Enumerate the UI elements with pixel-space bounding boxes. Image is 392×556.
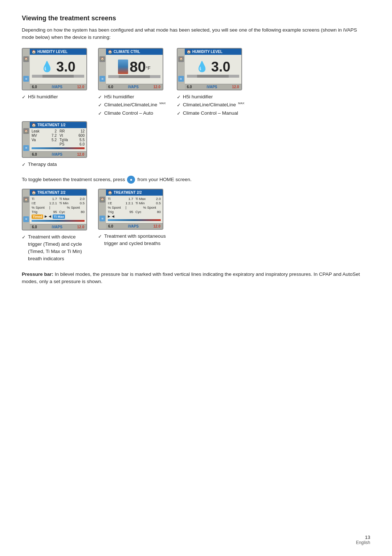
pressure-bar-fill-2: [119, 75, 150, 78]
t22l-c8: Cyc: [57, 210, 72, 214]
t22r-arrows: ▶ ◀: [108, 214, 161, 218]
header-label-2: CLIMATE CTRL: [114, 50, 140, 54]
t22l-c1: Ti: [32, 197, 44, 201]
footer-right-t12: 12.0: [77, 152, 84, 156]
check-item-1-1: H5i humidifier: [22, 93, 58, 101]
screen-col-treatment: 🏠 ≋ 🏠 TREATMENT 1/2 Leak 2 RR 12 MV: [22, 121, 87, 169]
screen-col-1: 🏠 ≋ 🏠 HUMIDITY LEVEL 💧 3.0: [22, 48, 87, 102]
pressure-note-text: In bilevel modes, the pressure bar is ma…: [22, 271, 360, 284]
treatment-row-1: Leak 2 RR 12: [32, 129, 85, 133]
device-t22-left: 🏠 ≋ 🏠 TREATMENT 2/2 Ti 1.7 Ti Max 2.0: [22, 189, 87, 230]
side-icon-house-3: 🏠: [178, 56, 184, 62]
device-treatment-12: 🏠 ≋ 🏠 TREATMENT 1/2 Leak 2 RR 12 MV: [22, 121, 87, 158]
t12-c2: RR: [57, 129, 72, 133]
screen-col-t22-right: 🏠 ≋ 🏠 TREATMENT 2/2 Ti 1.7 Ti Max 2.0: [98, 189, 171, 248]
footer-ivaps-1: iVAPS: [52, 85, 62, 89]
pressure-note-label: Pressure bar:: [22, 271, 53, 277]
screen-header-t22r: 🏠 TREATMENT 2/2: [106, 189, 163, 196]
screen-row-treatment: 🏠 ≋ 🏠 TREATMENT 1/2 Leak 2 RR 12 MV: [22, 121, 370, 169]
check-t22r-1: Treatment with spontaneous trigger and c…: [98, 233, 171, 248]
pressure-bar-3: [187, 75, 239, 78]
toggle-text-before: To toggle between the treatment screens,…: [22, 177, 125, 182]
t22l-row-1: Ti 1.7 Ti Max 2.0: [32, 197, 85, 201]
t12-v6: 5.5: [72, 138, 85, 142]
checklist-1: H5i humidifier: [22, 93, 58, 102]
t22l-v3: 1:2.1: [44, 201, 57, 205]
t12-c8: PS: [57, 142, 72, 146]
t12-c4: Vt: [57, 134, 72, 138]
humidity-value-1: 3.0: [56, 60, 75, 74]
t22r-c3: I:E: [108, 201, 121, 205]
header-icon-t22l: 🏠: [32, 191, 36, 195]
page-footer: 13 English: [356, 535, 370, 545]
arrow-left: ◀: [49, 214, 51, 219]
t22r-v3: 1:2.1: [121, 201, 133, 205]
screen-header-3: 🏠 HUMIDITY LEVEL: [185, 49, 241, 55]
t22r-c8: Cyc: [133, 210, 148, 214]
screen-col-t22-left: 🏠 ≋ 🏠 TREATMENT 2/2 Ti 1.7 Ti Max 2.0: [22, 189, 87, 263]
side-icon-wave-2: ≋: [99, 76, 105, 82]
t22r-v7: 95: [121, 210, 133, 214]
t22l-row-3: % Spont | % Spont: [32, 205, 85, 209]
arrow-left-r: ◀: [112, 214, 114, 218]
t22l-v4: 0.5: [72, 201, 85, 205]
t22r-c7: Trig: [108, 210, 121, 214]
t22l-c2: Ti Max: [57, 197, 72, 201]
t22r-v4: 0.5: [148, 201, 161, 205]
timed-badge: Timed: [32, 214, 43, 219]
treatment-row-2: MV 7.2 Vt 600: [32, 134, 85, 138]
t12-c5: Va: [32, 138, 44, 142]
footer-right-1: 12.0: [77, 85, 84, 89]
footer-left-2: 6.0: [108, 85, 113, 89]
t22l-c5: % Spont: [32, 205, 49, 209]
t22r-c6: % Spont: [143, 205, 161, 209]
footer-left-t22l: 6.0: [32, 225, 37, 229]
t12-c6: TgVa: [57, 138, 72, 142]
t22r-c2: Ti Max: [133, 197, 148, 201]
climate-icon: [118, 60, 128, 74]
t22l-row-2: I:E 1:2.1 Ti Min 0.5: [32, 201, 85, 205]
device-side-icons-t22l: 🏠 ≋: [22, 189, 30, 230]
header-icon-2: 🏠: [108, 50, 112, 54]
language-label: English: [356, 540, 370, 545]
t22r-body: Ti 1.7 Ti Max 2.0 I:E 1:2.1 Ti Min 0.5 %…: [106, 196, 163, 223]
t22l-v1: 1.7: [44, 197, 57, 201]
t22r-row-4: Trig 95 Cyc 80: [108, 210, 161, 214]
footer-ivaps-t12: iVAPS: [52, 152, 62, 156]
side-icon-house-t12: 🏠: [23, 128, 29, 134]
t22r-c1: Ti: [108, 197, 121, 201]
pressure-bar-fill-3: [197, 75, 228, 78]
t22l-c6: % Spont: [67, 205, 85, 209]
footer-ivaps-t22l: iVAPS: [52, 225, 62, 229]
check-therapy-data: Therapy data: [22, 161, 57, 168]
screen-body-2: 80°F: [106, 55, 163, 84]
t12-c1: Leak: [32, 129, 44, 133]
t22r-row-1: Ti 1.7 Ti Max 2.0: [108, 197, 161, 201]
humidity-value-2: 3.0: [211, 60, 230, 74]
t22r-v1: 1.7: [121, 197, 133, 201]
t12-v1: 2: [44, 129, 57, 133]
header-icon-1: 🏠: [32, 50, 36, 54]
home-button-icon[interactable]: ●: [127, 176, 135, 184]
checklist-t22r: Treatment with spontaneous trigger and c…: [98, 233, 171, 248]
t22l-c3: I:E: [32, 201, 44, 205]
device-side-icons-t22r: 🏠 ≋: [98, 189, 106, 230]
t22r-thin-bar: [108, 219, 161, 221]
side-icon-house-2: 🏠: [99, 56, 105, 62]
checklist-3: H5i humidifier ClimateLine/ClimateLineMA…: [177, 93, 245, 118]
treatment-thin-bar: [32, 147, 85, 149]
t22r-row-2: I:E 1:2.1 Ti Min 0.5: [108, 201, 161, 205]
page-title: Viewing the treatment screens: [22, 15, 370, 22]
header-icon-3: 🏠: [187, 50, 191, 54]
t22l-mid: |: [49, 205, 67, 209]
t12-v3: 7.2: [44, 134, 57, 138]
check-t22l-1: Treatment with device trigger (Timed) an…: [22, 233, 87, 263]
side-icon-wave-t12: ≋: [23, 145, 29, 151]
footer-right-t22l: 12.0: [77, 225, 84, 229]
t12-v5: 5.2: [44, 138, 57, 142]
screen-header-2: 🏠 CLIMATE CTRL: [106, 49, 163, 55]
header-label-t22l: TREATMENT 2/2: [37, 191, 66, 195]
t22r-v2: 2.0: [148, 197, 161, 201]
treatment-12-body: Leak 2 RR 12 MV 7.2 Vt 600 Va 5.2 Tg: [30, 128, 86, 151]
t22l-c7: Trig: [32, 210, 44, 214]
